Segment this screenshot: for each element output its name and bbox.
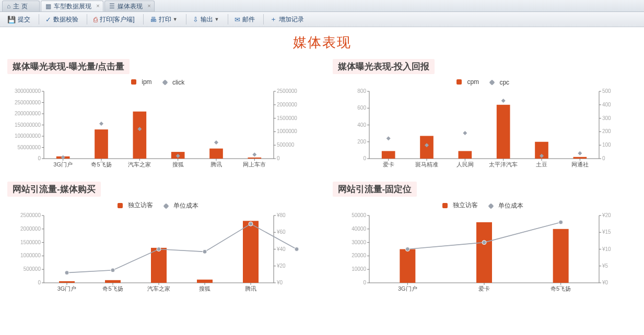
tab-car-data[interactable]: ▦ 车型数据展现 × [41, 1, 103, 11]
button-label: 提交 [18, 15, 30, 24]
report-page: 媒体表现 媒体曝光表现-曝光量/点击量 ipm click 0500000001… [0, 27, 644, 304]
check-icon: ✓ [45, 16, 51, 23]
svg-text:3G门户: 3G门户 [397, 285, 417, 292]
chart-panel-c4: 网站引流量-固定位 独立访客 单位成本 01000020000300004000… [333, 182, 637, 293]
chart-legend: cpm cpc [333, 78, 637, 86]
toolbar-separator [87, 14, 87, 25]
svg-text:奇5飞扬: 奇5飞扬 [102, 285, 123, 292]
svg-rect-81 [496, 105, 510, 159]
svg-text:150000000: 150000000 [15, 122, 41, 128]
legend-swatch-bar [118, 203, 123, 208]
chart-title: 网站引流量-固定位 [333, 182, 417, 197]
svg-text:斑马精准: 斑马精准 [415, 161, 438, 168]
svg-text:腾讯: 腾讯 [245, 285, 256, 292]
svg-text:爱卡: 爱卡 [382, 161, 394, 168]
svg-text:500000: 500000 [277, 142, 295, 148]
svg-text:400: 400 [602, 102, 611, 107]
legend-item-point: cpc [490, 79, 512, 86]
svg-text:200000000: 200000000 [15, 111, 41, 116]
svg-text:40000: 40000 [352, 226, 366, 232]
chart-title: 媒体曝光表现-投入回报 [333, 59, 435, 74]
chart-grid: 媒体曝光表现-曝光量/点击量 ipm click 050000000100000… [7, 59, 637, 293]
svg-text:0: 0 [363, 280, 366, 285]
toolbar: 💾 提交 ✓ 数据校验 ⎙ 打印[客户端] 🖶 打印 ▼ ⇩ 输出 ▼ ✉ 邮件… [0, 12, 644, 27]
svg-text:搜狐: 搜狐 [172, 161, 184, 168]
button-label: 邮件 [242, 15, 255, 24]
svg-point-131 [111, 268, 115, 272]
legend-item-point: 单位成本 [164, 201, 202, 210]
tab-label: 主 页 [13, 2, 27, 11]
tab-media[interactable]: ☰ 媒体表现 × [104, 1, 155, 11]
svg-text:30000: 30000 [352, 240, 366, 245]
svg-rect-118 [105, 280, 121, 283]
svg-point-171 [482, 241, 486, 245]
svg-rect-35 [133, 112, 147, 159]
legend-item-bar: ipm [131, 78, 155, 86]
svg-text:奇5飞扬: 奇5飞扬 [551, 285, 571, 292]
toolbar-separator [263, 14, 264, 25]
svg-text:¥80: ¥80 [276, 212, 286, 218]
chart-title: 网站引流量-媒体购买 [7, 182, 101, 197]
svg-text:¥5: ¥5 [602, 263, 608, 269]
svg-text:3G门户: 3G门户 [53, 161, 73, 168]
svg-text:¥40: ¥40 [276, 246, 286, 252]
print-client-button[interactable]: ⎙ 打印[客户端] [89, 14, 139, 25]
close-icon[interactable]: × [147, 3, 150, 9]
svg-text:400: 400 [357, 122, 366, 128]
legend-swatch-bar [456, 79, 462, 85]
svg-rect-161 [400, 249, 415, 283]
svg-point-170 [405, 247, 409, 252]
svg-text:¥0: ¥0 [602, 280, 608, 285]
svg-point-133 [203, 249, 207, 254]
submit-button[interactable]: 💾 提交 [3, 14, 34, 25]
svg-text:500: 500 [602, 88, 611, 94]
svg-rect-78 [458, 151, 472, 159]
chart-panel-c2: 媒体曝光表现-投入回报 cpm cpc 02004006008000100200… [333, 59, 637, 169]
button-label: 打印 [159, 15, 171, 24]
svg-text:¥0: ¥0 [276, 280, 283, 285]
tab-bar: ⌂ 主 页 ▦ 车型数据展现 × ☰ 媒体表现 × [0, 0, 644, 12]
chart-panel-c1: 媒体曝光表现-曝光量/点击量 ipm click 050000000100000… [7, 59, 312, 169]
svg-text:网通社: 网通社 [571, 161, 588, 168]
validate-button[interactable]: ✓ 数据校验 [41, 14, 83, 25]
svg-text:2000000: 2000000 [20, 226, 41, 232]
button-label: 打印[客户端] [100, 15, 135, 24]
svg-text:100000000: 100000000 [15, 133, 41, 139]
svg-text:3G门户: 3G门户 [57, 285, 77, 292]
grid-icon: ▦ [45, 3, 51, 10]
mail-button[interactable]: ✉ 邮件 [230, 14, 259, 25]
svg-text:1000000: 1000000 [20, 253, 41, 258]
svg-text:腾讯: 腾讯 [210, 161, 222, 168]
legend-item-bar: 独立访客 [442, 201, 481, 210]
chart-canvas: 01000020000300004000050000¥0¥5¥10¥15¥203… [333, 212, 637, 293]
export-button[interactable]: ⇩ 输出 ▼ [189, 14, 224, 25]
svg-rect-44 [248, 158, 262, 159]
close-icon[interactable]: × [96, 3, 99, 9]
legend-swatch-point [489, 79, 495, 85]
svg-text:50000000: 50000000 [18, 145, 41, 150]
form-icon: ☰ [109, 3, 115, 10]
chart-legend: 独立访客 单位成本 [333, 201, 637, 210]
print-button[interactable]: 🖶 打印 ▼ [146, 14, 182, 25]
svg-point-134 [249, 222, 253, 226]
legend-item-point: 单位成本 [489, 201, 526, 210]
svg-point-130 [65, 271, 69, 275]
svg-text:爱卡: 爱卡 [478, 285, 490, 292]
legend-swatch-bar [131, 79, 136, 85]
svg-text:¥10: ¥10 [602, 246, 611, 252]
legend-item-point: click [163, 79, 188, 86]
svg-text:2000000: 2000000 [277, 102, 297, 107]
svg-text:1500000: 1500000 [20, 240, 41, 245]
svg-text:250000000: 250000000 [15, 100, 41, 105]
svg-point-172 [558, 220, 563, 224]
mail-icon: ✉ [235, 16, 240, 23]
tab-home[interactable]: ⌂ 主 页 [2, 1, 40, 11]
toolbar-separator [186, 14, 186, 25]
svg-text:0: 0 [363, 155, 366, 161]
svg-rect-124 [197, 280, 213, 283]
add-record-button[interactable]: ＋ 增加记录 [266, 14, 308, 25]
chevron-down-icon: ▼ [215, 17, 219, 22]
svg-text:¥20: ¥20 [276, 263, 286, 269]
export-icon: ⇩ [193, 16, 198, 23]
home-icon: ⌂ [7, 3, 10, 10]
